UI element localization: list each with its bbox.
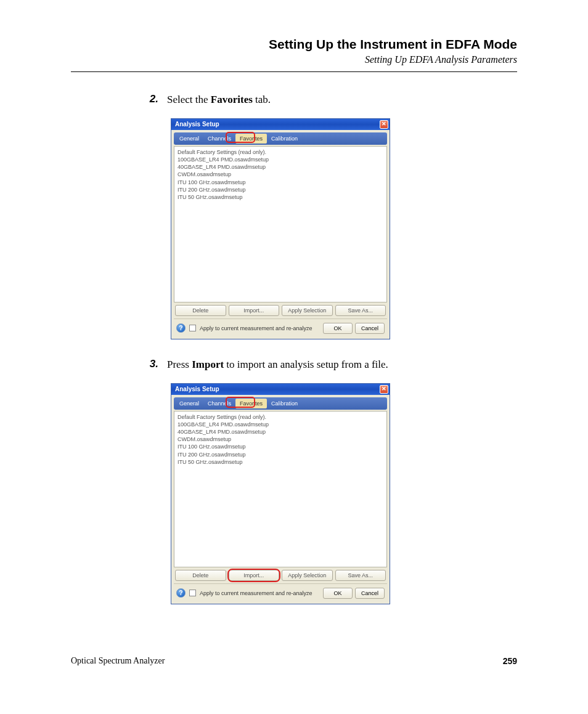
favorites-listbox[interactable]: Default Factory Settings (read only). 10… — [174, 146, 387, 302]
tab-calibration[interactable]: Calibration — [267, 399, 302, 408]
footer-page-number: 259 — [503, 656, 517, 666]
apply-selection-button[interactable]: Apply Selection — [282, 570, 333, 581]
step-number: 2. — [145, 93, 158, 107]
list-item[interactable]: 100GBASE_LR4 PMD.osawdmsetup — [178, 421, 383, 428]
tab-bar: General Channels Favorites Calibration — [174, 132, 387, 145]
analysis-setup-dialog: Analysis Setup ✕ General Channels Favori… — [171, 118, 390, 339]
close-icon[interactable]: ✕ — [380, 385, 388, 394]
list-item[interactable]: ITU 200 GHz.osawdmsetup — [178, 186, 383, 193]
save-as-button[interactable]: Save As... — [335, 570, 386, 581]
list-item[interactable]: 100GBASE_LR4 PMD.osawdmsetup — [178, 156, 383, 163]
step-2: 2. Select the Favorites tab. — [145, 93, 517, 107]
import-button[interactable]: Import... — [229, 570, 280, 581]
cancel-button[interactable]: Cancel — [355, 588, 385, 599]
list-item[interactable]: Default Factory Settings (read only). — [178, 413, 383, 421]
tab-general[interactable]: General — [175, 399, 203, 408]
button-row: Delete Import... Apply Selection Save As… — [174, 302, 387, 318]
list-item[interactable]: Default Factory Settings (read only). — [178, 148, 383, 156]
page-header-subtitle: Setting Up EDFA Analysis Parameters — [71, 54, 517, 65]
dialog-titlebar: Analysis Setup ✕ — [171, 384, 390, 395]
import-button[interactable]: Import... — [229, 305, 280, 316]
list-item[interactable]: ITU 50 GHz.osawdmsetup — [178, 458, 383, 466]
page-footer: Optical Spectrum Analyzer 259 — [71, 656, 517, 666]
list-item[interactable]: ITU 50 GHz.osawdmsetup — [178, 193, 383, 201]
footer-product-name: Optical Spectrum Analyzer — [71, 656, 165, 666]
list-item[interactable]: ITU 200 GHz.osawdmsetup — [178, 451, 383, 458]
tab-channels[interactable]: Channels — [203, 134, 235, 144]
help-icon[interactable]: ? — [176, 588, 186, 598]
ok-button[interactable]: OK — [323, 323, 353, 334]
close-icon[interactable]: ✕ — [380, 120, 388, 129]
dialog-title: Analysis Setup — [175, 386, 219, 392]
tab-channels[interactable]: Channels — [203, 399, 235, 408]
dialog-footer: ? Apply to current measurement and re-an… — [174, 583, 387, 601]
dialog-footer: ? Apply to current measurement and re-an… — [174, 318, 387, 336]
list-item[interactable]: 40GBASE_LR4 PMD.osawdmsetup — [178, 163, 383, 171]
list-item[interactable]: ITU 100 GHz.osawdmsetup — [178, 443, 383, 450]
delete-button[interactable]: Delete — [175, 305, 226, 316]
apply-checkbox-label: Apply to current measurement and re-anal… — [200, 590, 319, 596]
cancel-button[interactable]: Cancel — [355, 323, 385, 334]
step-3: 3. Press Import to import an analysis se… — [145, 358, 517, 372]
ok-button[interactable]: OK — [323, 588, 353, 599]
apply-selection-button[interactable]: Apply Selection — [282, 305, 333, 316]
tab-favorites[interactable]: Favorites — [235, 399, 267, 408]
analysis-setup-dialog: Analysis Setup ✕ General Channels Favori… — [171, 383, 390, 604]
delete-button[interactable]: Delete — [175, 570, 226, 581]
list-item[interactable]: 40GBASE_LR4 PMD.osawdmsetup — [178, 428, 383, 436]
dialog-title: Analysis Setup — [175, 121, 219, 128]
list-item[interactable]: CWDM.osawdmsetup — [178, 436, 383, 443]
save-as-button[interactable]: Save As... — [335, 305, 386, 316]
list-item[interactable]: CWDM.osawdmsetup — [178, 171, 383, 178]
tab-favorites[interactable]: Favorites — [235, 134, 267, 144]
list-item[interactable]: ITU 100 GHz.osawdmsetup — [178, 179, 383, 186]
apply-checkbox-label: Apply to current measurement and re-anal… — [200, 325, 319, 331]
apply-checkbox[interactable] — [189, 325, 196, 331]
header-divider — [71, 71, 517, 72]
step-text: Press Import to import an analysis setup… — [167, 358, 388, 372]
help-icon[interactable]: ? — [176, 323, 186, 333]
tab-general[interactable]: General — [175, 134, 203, 144]
step-text: Select the Favorites tab. — [167, 93, 271, 107]
tab-calibration[interactable]: Calibration — [267, 134, 302, 144]
favorites-listbox[interactable]: Default Factory Settings (read only). 10… — [174, 411, 387, 567]
button-row: Delete Import... Apply Selection Save As… — [174, 567, 387, 583]
step-number: 3. — [145, 358, 158, 372]
page-header-title: Setting Up the Instrument in EDFA Mode — [71, 37, 517, 52]
dialog-titlebar: Analysis Setup ✕ — [171, 119, 390, 130]
tab-bar: General Channels Favorites Calibration — [174, 397, 387, 410]
apply-checkbox[interactable] — [189, 590, 196, 596]
